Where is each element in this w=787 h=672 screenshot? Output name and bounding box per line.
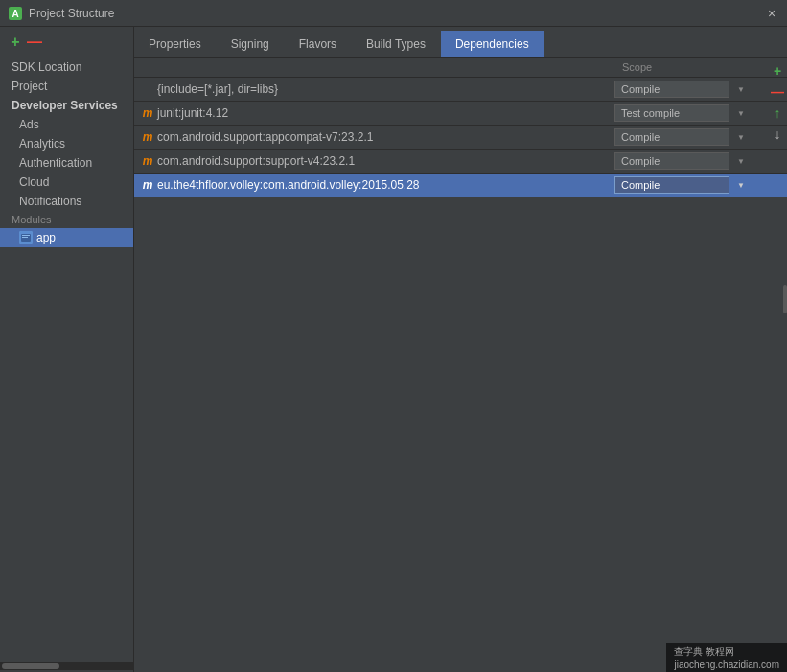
table-row[interactable]: m com.android.support:support-v4:23.2.1 … [134,150,787,174]
dep-name: com.android.support:support-v4:23.2.1 [153,154,614,168]
scope-container: Test compile ▼ [614,104,768,122]
dep-name: junit:junit:4.12 [153,106,614,120]
sidebar-scrollbar[interactable] [0,662,133,670]
sidebar-item-ads[interactable]: Ads [0,115,133,134]
scope-select[interactable]: Compile [614,176,729,194]
scope-container: Compile ▼ [614,81,768,98]
action-buttons: + — ↑ ↓ [768,58,787,144]
scope-dropdown-arrow: ▼ [737,181,745,190]
watermark: 查字典 教程网jiaocheng.chazidian.com [666,643,787,672]
sidebar-item-analytics[interactable]: Analytics [0,134,133,153]
svg-text:A: A [12,9,18,19]
scope-dropdown-arrow: ▼ [737,133,745,142]
app-module-label: app [36,231,56,244]
svg-rect-5 [22,237,28,238]
scope-wrapper: Compile ▼ [614,81,749,98]
title-bar-text: Project Structure [29,7,764,20]
modules-label: Modules [0,211,133,228]
sidebar-remove-button[interactable]: — [27,35,42,50]
scope-select[interactable]: Test compile [614,104,729,122]
svg-rect-4 [22,235,30,236]
scope-select[interactable]: Compile [614,128,729,146]
table-row[interactable]: m eu.the4thfloor.volley:com.android.voll… [134,174,787,197]
tab-signing[interactable]: Signing [217,31,284,57]
dep-type-icon: m [134,106,153,120]
scope-wrapper: Test compile ▼ [614,104,749,122]
sidebar-item-cloud[interactable]: Cloud [0,173,133,192]
dep-type-icon: m [134,130,153,144]
tab-build-types[interactable]: Build Types [352,31,440,57]
content-area: Properties Signing Flavors Build Types D… [134,27,787,672]
sidebar-item-sdk-location[interactable]: SDK Location [0,58,133,77]
move-up-button[interactable]: ↑ [768,104,787,123]
scope-container: Compile ▼ [614,128,768,146]
sidebar: + — SDK Location Project Developer Servi… [0,27,134,672]
sidebar-toolbar: + — [0,31,133,58]
col-name-header [134,61,614,73]
scope-container: Compile ▼ [614,176,768,194]
scope-dropdown-arrow: ▼ [737,157,745,166]
sidebar-item-authentication[interactable]: Authentication [0,153,133,173]
scope-wrapper: Compile ▼ [614,152,749,170]
table-row[interactable]: {include=[*.jar], dir=libs} Compile ▼ [134,78,787,102]
main-container: + — SDK Location Project Developer Servi… [0,27,787,672]
tab-dependencies[interactable]: Dependencies [441,31,544,57]
sidebar-add-button[interactable]: + [8,35,23,50]
sidebar-item-developer-services[interactable]: Developer Services [0,96,133,115]
scope-container: Compile ▼ [614,152,768,170]
app-icon: A [8,6,23,21]
sidebar-item-project[interactable]: Project [0,77,133,96]
title-bar: A Project Structure × [0,0,787,27]
move-down-button[interactable]: ↓ [768,125,787,144]
dep-type-icon: m [134,178,153,192]
tab-flavors[interactable]: Flavors [285,31,351,57]
module-icon [19,231,33,244]
remove-dependency-button[interactable]: — [768,82,787,102]
scope-select[interactable]: Compile [614,152,729,170]
scope-wrapper: Compile ▼ [614,128,749,146]
dep-name: {include=[*.jar], dir=libs} [153,82,614,96]
add-dependency-button[interactable]: + [768,61,787,81]
dep-name: com.android.support:appcompat-v7:23.2.1 [153,130,614,144]
table-row[interactable]: m junit:junit:4.12 Test compile ▼ [134,102,787,126]
dependencies-table: Scope {include=[*.jar], dir=libs} Compil… [134,58,787,672]
tabs-bar: Properties Signing Flavors Build Types D… [134,27,787,58]
scope-dropdown-arrow: ▼ [737,109,745,118]
sidebar-item-app[interactable]: app [0,228,133,247]
sidebar-scrollbar-thumb [2,663,59,669]
table-row[interactable]: m com.android.support:appcompat-v7:23.2.… [134,126,787,150]
dep-type-icon: m [134,154,153,168]
scope-wrapper: Compile ▼ [614,176,749,194]
scope-dropdown-arrow: ▼ [737,85,745,94]
dep-name: eu.the4thfloor.volley:com.android.volley… [153,178,614,192]
table-header: Scope [134,58,787,78]
tab-properties[interactable]: Properties [134,31,216,57]
close-button[interactable]: × [764,6,779,21]
sidebar-item-notifications[interactable]: Notifications [0,192,133,211]
scope-select[interactable]: Compile [614,81,729,98]
col-scope-header: Scope [614,61,768,73]
